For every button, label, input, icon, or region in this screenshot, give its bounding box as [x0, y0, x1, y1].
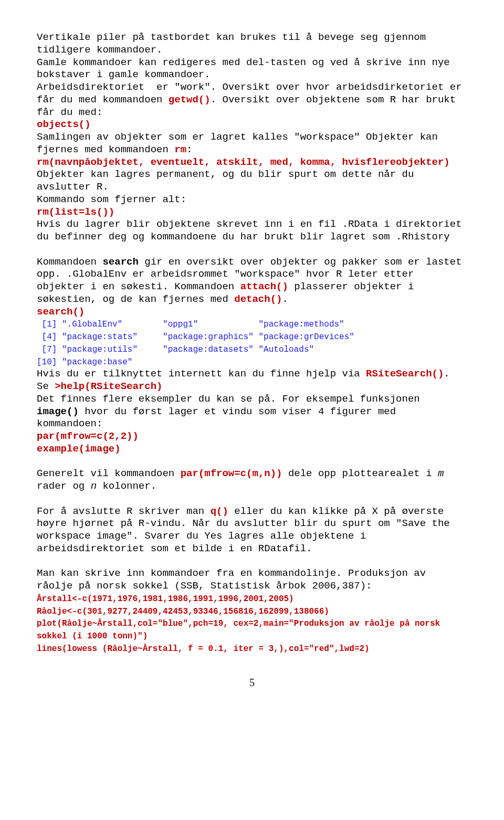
code-lines: lines(lowess (Råolje~Årstall, f = 0.1, i… — [37, 644, 370, 654]
text: Kommando som fjerner alt: — [37, 194, 186, 205]
console-output-line: [7] "package:utils" "package:datasets" "… — [37, 345, 314, 354]
text: hvor du først lager et vindu som viser 4… — [37, 406, 402, 430]
console-output-line: [10] "package:base" — [37, 358, 132, 367]
code-rm: rm — [174, 144, 186, 155]
paragraph-1: Vertikale piler på tastbordet kan brukes… — [37, 31, 467, 244]
text: Gamle kommandoer kan redigeres med del-t… — [37, 57, 456, 81]
code-q: q() — [211, 506, 228, 517]
text: kolonner. — [97, 480, 156, 492]
code-attach: attach() — [240, 281, 288, 292]
paragraph-5: Man kan skrive inn kommandoer fra en kom… — [37, 567, 467, 655]
code-getwd: getwd() — [169, 94, 211, 106]
text: : — [186, 144, 192, 155]
code-objects: objects() — [37, 119, 91, 130]
cmd-search: search — [102, 256, 138, 268]
text: Det finnes flere eksempler du kan se på.… — [37, 393, 426, 405]
text: Kommandoen — [37, 256, 102, 268]
code-raolje: Råolje<-c(301,9277,24409,42453,93346,156… — [37, 607, 329, 616]
text: Man kan skrive inn kommandoer fra en kom… — [37, 567, 432, 592]
text: Hvis du er tilknyttet internett kan du f… — [37, 368, 366, 380]
code-par-mfrow: par(mfrow=c(2,2)) — [37, 430, 139, 442]
page-number: 5 — [37, 676, 467, 689]
var-n: n — [91, 480, 97, 492]
console-output-line: [1] ".GlobalEnv" "oppg1" "package:method… — [37, 320, 344, 329]
var-m: m — [438, 468, 444, 479]
code-search-call: search() — [37, 306, 85, 318]
code-plot: plot(Råolje~Årstall,col="blue",pch=19, c… — [37, 619, 445, 641]
text: For å avslutte R skriver man — [37, 506, 211, 517]
text: dele opp plottearealet i — [282, 468, 438, 479]
text: Objekter kan lagres permanent, og du bli… — [37, 169, 420, 193]
paragraph-4: For å avslutte R skriver man q() eller d… — [37, 506, 467, 555]
paragraph-2: Kommandoen search gir en oversikt over o… — [37, 256, 467, 456]
code-arstall: Årstall<-c(1971,1976,1981,1986,1991,1996… — [37, 594, 294, 604]
text: Hvis du lagrer blir objektene skrevet in… — [37, 218, 468, 243]
code-par-mfrow-mn: par(mfrow=c(m,n)) — [181, 468, 282, 479]
code-example-image: example(image) — [37, 443, 121, 455]
console-output-line: [4] "package:stats" "package:graphics" "… — [37, 332, 354, 342]
text: Samlingen av objekter som er lagret kall… — [37, 131, 444, 155]
code-rsitesearch: RSiteSearch() — [366, 368, 444, 380]
paragraph-3: Generelt vil kommandoen par(mfrow=c(m,n)… — [37, 468, 467, 493]
text: . — [282, 293, 288, 305]
text: Vertikale piler på tastbordet kan brukes… — [37, 31, 432, 56]
code-help-rsitesearch: >help(RSiteSearch) — [55, 381, 162, 392]
code-rm-list: rm(list=ls()) — [37, 206, 114, 218]
code-rm-args: rm(navnpåobjektet, eventuelt, atskilt, m… — [37, 156, 450, 168]
cmd-image: image() — [37, 406, 79, 417]
text: Generelt vil kommandoen — [37, 468, 181, 479]
code-detach: detach() — [234, 293, 282, 305]
